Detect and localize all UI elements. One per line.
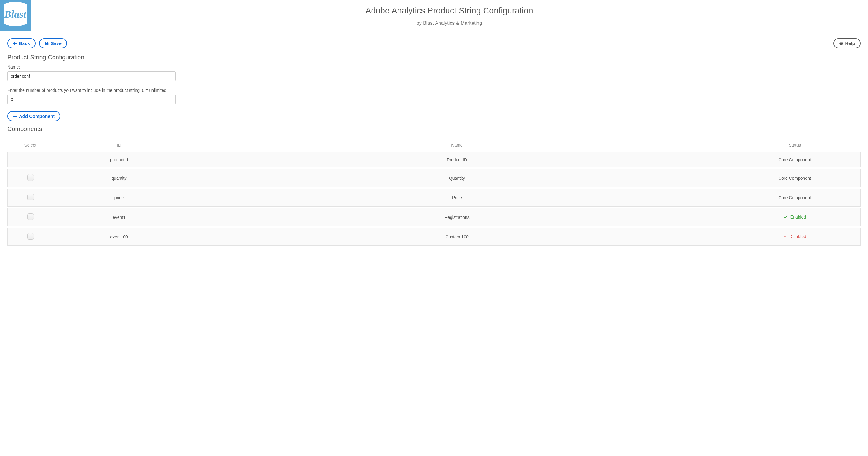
blast-logo-icon: Blast bbox=[0, 0, 31, 31]
add-component-label: Add Component bbox=[19, 114, 55, 118]
status-enabled: Enabled bbox=[783, 215, 806, 219]
table-row: event100Custom 100Disabled bbox=[7, 228, 861, 246]
page-subtitle: by Blast Analytics & Marketing bbox=[31, 21, 868, 26]
x-icon bbox=[783, 235, 787, 238]
cell-select bbox=[7, 169, 53, 187]
cell-name: Product ID bbox=[185, 152, 729, 168]
header-bar: Blast Adobe Analytics Product String Con… bbox=[0, 0, 868, 31]
cell-status: Core Component bbox=[729, 188, 861, 207]
product-count-input[interactable] bbox=[7, 95, 176, 104]
status-text: Enabled bbox=[790, 215, 806, 219]
table-row: quantityQuantityCore Component bbox=[7, 169, 861, 187]
help-button-label: Help bbox=[845, 41, 855, 45]
cell-select bbox=[7, 228, 53, 246]
row-checkbox[interactable] bbox=[27, 233, 34, 240]
row-checkbox[interactable] bbox=[27, 174, 34, 181]
cell-id: event100 bbox=[53, 228, 185, 246]
status-core: Core Component bbox=[778, 176, 811, 181]
question-icon bbox=[839, 41, 843, 45]
cell-select bbox=[7, 208, 53, 226]
cell-select bbox=[7, 188, 53, 207]
row-checkbox[interactable] bbox=[27, 194, 34, 201]
cell-name: Registrations bbox=[185, 208, 729, 226]
save-icon bbox=[45, 41, 49, 45]
save-button[interactable]: Save bbox=[39, 38, 67, 48]
help-button[interactable]: Help bbox=[833, 38, 861, 48]
status-disabled: Disabled bbox=[783, 234, 806, 239]
col-header-status: Status bbox=[729, 138, 861, 151]
cell-select bbox=[7, 152, 53, 168]
col-header-select: Select bbox=[7, 138, 53, 151]
add-component-button[interactable]: Add Component bbox=[7, 111, 60, 121]
page-title: Adobe Analytics Product String Configura… bbox=[31, 6, 868, 16]
save-button-label: Save bbox=[51, 41, 62, 45]
table-row: pricePriceCore Component bbox=[7, 188, 861, 207]
cell-id: quantity bbox=[53, 169, 185, 187]
table-header-row: Select ID Name Status bbox=[7, 138, 861, 151]
components-table: Select ID Name Status productIdProduct I… bbox=[7, 136, 861, 247]
status-text: Disabled bbox=[789, 234, 806, 239]
content-area: Back Save Help Product String Configurat… bbox=[0, 31, 868, 255]
plus-icon bbox=[13, 114, 17, 118]
check-icon bbox=[783, 215, 788, 219]
cell-id: price bbox=[53, 188, 185, 207]
cell-id: event1 bbox=[53, 208, 185, 226]
cell-id: productId bbox=[53, 152, 185, 168]
status-core: Core Component bbox=[778, 195, 811, 200]
cell-name: Price bbox=[185, 188, 729, 207]
cell-name: Quantity bbox=[185, 169, 729, 187]
col-header-name: Name bbox=[185, 138, 729, 151]
col-header-id: ID bbox=[53, 138, 185, 151]
name-field-label: Name: bbox=[7, 65, 861, 69]
cell-status: Disabled bbox=[729, 228, 861, 246]
product-count-label: Enter the number of products you want to… bbox=[7, 88, 861, 93]
back-button-label: Back bbox=[19, 41, 30, 45]
config-section-heading: Product String Configuration bbox=[7, 54, 861, 61]
status-core: Core Component bbox=[778, 157, 811, 162]
cell-status: Enabled bbox=[729, 208, 861, 226]
components-section-heading: Components bbox=[7, 125, 861, 132]
logo-text: Blast bbox=[4, 8, 27, 20]
table-row: productIdProduct IDCore Component bbox=[7, 152, 861, 168]
name-input[interactable] bbox=[7, 71, 176, 81]
cell-status: Core Component bbox=[729, 152, 861, 168]
arrow-left-icon bbox=[13, 41, 17, 45]
back-button[interactable]: Back bbox=[7, 38, 35, 48]
brand-logo: Blast bbox=[0, 0, 31, 31]
toolbar: Back Save Help bbox=[7, 38, 861, 48]
table-row: event1RegistrationsEnabled bbox=[7, 208, 861, 226]
cell-status: Core Component bbox=[729, 169, 861, 187]
cell-name: Custom 100 bbox=[185, 228, 729, 246]
header-titles: Adobe Analytics Product String Configura… bbox=[31, 1, 868, 30]
row-checkbox[interactable] bbox=[27, 213, 34, 220]
